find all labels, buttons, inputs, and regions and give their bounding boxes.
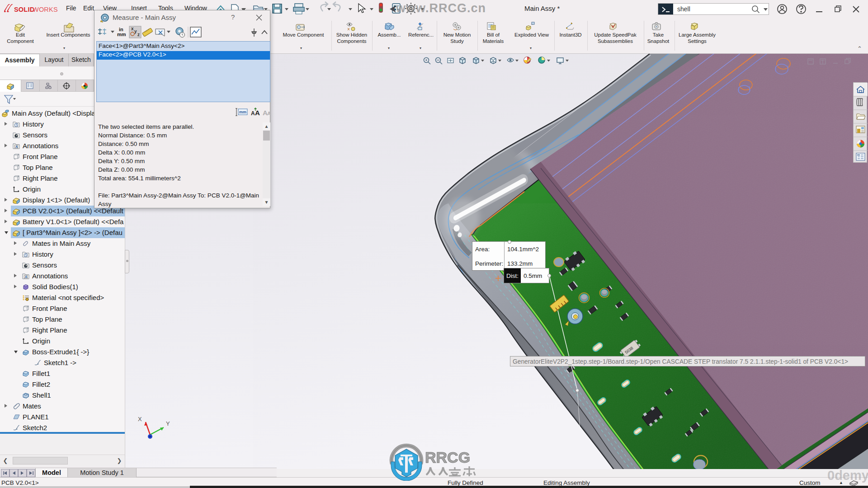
svg-text:GeneratorEliteV2P2_1step.step-: GeneratorEliteV2P2_1step.step-1/Board.st… [513,358,848,365]
svg-text:mm: mm [239,110,246,114]
svg-text:A: A [251,110,255,117]
svg-text:RRCG: RRCG [425,449,470,466]
svg-text:X: X [138,416,142,422]
svg-text:133.2mm: 133.2mm [507,260,533,267]
svg-text:z: z [137,32,140,37]
svg-text:Area:: Area: [475,246,490,253]
svg-text:104.1mm^2: 104.1mm^2 [507,246,539,253]
svg-text:Dist:: Dist: [506,272,519,279]
svg-text:A: A [267,111,271,116]
svg-text:0.5mm: 0.5mm [524,272,542,279]
svg-text:y: y [134,29,137,34]
svg-text:x: x [131,26,134,31]
svg-text:Perimeter:: Perimeter: [475,260,503,267]
svg-text:Y: Y [166,420,170,427]
svg-text:mm: mm [117,32,126,37]
